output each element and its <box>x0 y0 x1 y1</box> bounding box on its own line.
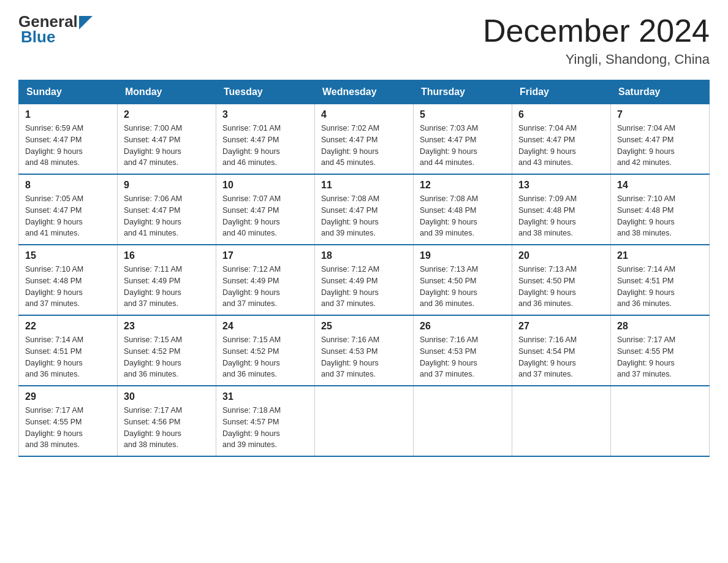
col-sunday: Sunday <box>19 80 118 104</box>
month-title: December 2024 <box>483 12 710 49</box>
calendar-cell: 30 Sunrise: 7:17 AM Sunset: 4:56 PM Dayl… <box>118 386 216 456</box>
day-number: 21 <box>617 250 703 261</box>
day-number: 3 <box>222 109 308 120</box>
calendar-week-row: 22 Sunrise: 7:14 AM Sunset: 4:51 PM Dayl… <box>19 315 710 386</box>
col-wednesday: Wednesday <box>315 80 414 104</box>
day-info: Sunrise: 7:06 AM Sunset: 4:47 PM Dayligh… <box>124 193 210 239</box>
day-info: Sunrise: 7:18 AM Sunset: 4:57 PM Dayligh… <box>222 405 308 451</box>
day-number: 16 <box>124 250 210 261</box>
calendar-cell: 24 Sunrise: 7:15 AM Sunset: 4:52 PM Dayl… <box>216 315 315 386</box>
calendar-cell: 23 Sunrise: 7:15 AM Sunset: 4:52 PM Dayl… <box>118 315 216 386</box>
day-info: Sunrise: 7:08 AM Sunset: 4:48 PM Dayligh… <box>420 193 506 239</box>
calendar-header-row: Sunday Monday Tuesday Wednesday Thursday… <box>19 80 710 104</box>
day-number: 20 <box>518 250 604 261</box>
col-thursday: Thursday <box>414 80 512 104</box>
calendar-cell <box>414 386 512 456</box>
day-info: Sunrise: 6:59 AM Sunset: 4:47 PM Dayligh… <box>25 123 111 169</box>
calendar-cell: 11 Sunrise: 7:08 AM Sunset: 4:47 PM Dayl… <box>315 174 414 245</box>
day-number: 14 <box>617 180 703 191</box>
calendar-cell: 16 Sunrise: 7:11 AM Sunset: 4:49 PM Dayl… <box>118 245 216 315</box>
calendar-cell: 25 Sunrise: 7:16 AM Sunset: 4:53 PM Dayl… <box>315 315 414 386</box>
calendar-cell: 7 Sunrise: 7:04 AM Sunset: 4:47 PM Dayli… <box>611 104 710 175</box>
day-number: 22 <box>25 321 111 332</box>
calendar-cell: 17 Sunrise: 7:12 AM Sunset: 4:49 PM Dayl… <box>216 245 315 315</box>
day-info: Sunrise: 7:16 AM Sunset: 4:53 PM Dayligh… <box>420 334 506 380</box>
calendar-cell: 8 Sunrise: 7:05 AM Sunset: 4:47 PM Dayli… <box>19 174 118 245</box>
calendar-cell: 18 Sunrise: 7:12 AM Sunset: 4:49 PM Dayl… <box>315 245 414 315</box>
day-number: 30 <box>124 391 210 402</box>
title-section: December 2024 Yingli, Shandong, China <box>483 12 710 67</box>
day-number: 29 <box>25 391 111 402</box>
day-number: 31 <box>222 391 308 402</box>
logo-triangle-icon <box>79 16 93 29</box>
calendar-cell: 3 Sunrise: 7:01 AM Sunset: 4:47 PM Dayli… <box>216 104 315 175</box>
calendar-cell: 15 Sunrise: 7:10 AM Sunset: 4:48 PM Dayl… <box>19 245 118 315</box>
day-info: Sunrise: 7:15 AM Sunset: 4:52 PM Dayligh… <box>124 334 210 380</box>
calendar-cell: 28 Sunrise: 7:17 AM Sunset: 4:55 PM Dayl… <box>611 315 710 386</box>
location-title: Yingli, Shandong, China <box>483 52 710 67</box>
logo-blue-text: Blue <box>21 28 55 46</box>
page-header: General Blue December 2024 Yingli, Shand… <box>18 12 710 67</box>
day-number: 8 <box>25 180 111 191</box>
col-tuesday: Tuesday <box>216 80 315 104</box>
day-number: 25 <box>321 321 407 332</box>
calendar-cell: 12 Sunrise: 7:08 AM Sunset: 4:48 PM Dayl… <box>414 174 512 245</box>
day-info: Sunrise: 7:16 AM Sunset: 4:53 PM Dayligh… <box>321 334 407 380</box>
day-info: Sunrise: 7:03 AM Sunset: 4:47 PM Dayligh… <box>420 123 506 169</box>
calendar-cell: 5 Sunrise: 7:03 AM Sunset: 4:47 PM Dayli… <box>414 104 512 175</box>
day-number: 12 <box>420 180 506 191</box>
day-number: 24 <box>222 321 308 332</box>
day-info: Sunrise: 7:01 AM Sunset: 4:47 PM Dayligh… <box>222 123 308 169</box>
calendar-cell: 2 Sunrise: 7:00 AM Sunset: 4:47 PM Dayli… <box>118 104 216 175</box>
day-number: 9 <box>124 180 210 191</box>
day-number: 13 <box>518 180 604 191</box>
svg-marker-0 <box>79 16 93 29</box>
day-number: 2 <box>124 109 210 120</box>
day-number: 4 <box>321 109 407 120</box>
calendar-table: Sunday Monday Tuesday Wednesday Thursday… <box>18 80 710 457</box>
day-info: Sunrise: 7:14 AM Sunset: 4:51 PM Dayligh… <box>617 264 703 310</box>
day-number: 1 <box>25 109 111 120</box>
calendar-cell <box>512 386 611 456</box>
calendar-cell <box>315 386 414 456</box>
day-info: Sunrise: 7:17 AM Sunset: 4:56 PM Dayligh… <box>124 405 210 451</box>
day-info: Sunrise: 7:13 AM Sunset: 4:50 PM Dayligh… <box>518 264 604 310</box>
calendar-cell: 26 Sunrise: 7:16 AM Sunset: 4:53 PM Dayl… <box>414 315 512 386</box>
calendar-cell: 21 Sunrise: 7:14 AM Sunset: 4:51 PM Dayl… <box>611 245 710 315</box>
calendar-week-row: 8 Sunrise: 7:05 AM Sunset: 4:47 PM Dayli… <box>19 174 710 245</box>
day-info: Sunrise: 7:15 AM Sunset: 4:52 PM Dayligh… <box>222 334 308 380</box>
calendar-cell: 20 Sunrise: 7:13 AM Sunset: 4:50 PM Dayl… <box>512 245 611 315</box>
day-info: Sunrise: 7:04 AM Sunset: 4:47 PM Dayligh… <box>518 123 604 169</box>
day-info: Sunrise: 7:09 AM Sunset: 4:48 PM Dayligh… <box>518 193 604 239</box>
calendar-week-row: 29 Sunrise: 7:17 AM Sunset: 4:55 PM Dayl… <box>19 386 710 456</box>
calendar-cell: 13 Sunrise: 7:09 AM Sunset: 4:48 PM Dayl… <box>512 174 611 245</box>
day-info: Sunrise: 7:13 AM Sunset: 4:50 PM Dayligh… <box>420 264 506 310</box>
day-number: 17 <box>222 250 308 261</box>
calendar-cell: 4 Sunrise: 7:02 AM Sunset: 4:47 PM Dayli… <box>315 104 414 175</box>
calendar-cell <box>611 386 710 456</box>
calendar-cell: 14 Sunrise: 7:10 AM Sunset: 4:48 PM Dayl… <box>611 174 710 245</box>
day-info: Sunrise: 7:12 AM Sunset: 4:49 PM Dayligh… <box>321 264 407 310</box>
calendar-week-row: 1 Sunrise: 6:59 AM Sunset: 4:47 PM Dayli… <box>19 104 710 175</box>
day-info: Sunrise: 7:17 AM Sunset: 4:55 PM Dayligh… <box>617 334 703 380</box>
day-number: 28 <box>617 321 703 332</box>
col-monday: Monday <box>118 80 216 104</box>
day-info: Sunrise: 7:12 AM Sunset: 4:49 PM Dayligh… <box>222 264 308 310</box>
day-info: Sunrise: 7:10 AM Sunset: 4:48 PM Dayligh… <box>25 264 111 310</box>
calendar-cell: 22 Sunrise: 7:14 AM Sunset: 4:51 PM Dayl… <box>19 315 118 386</box>
logo: General Blue <box>18 12 93 47</box>
day-info: Sunrise: 7:11 AM Sunset: 4:49 PM Dayligh… <box>124 264 210 310</box>
day-number: 6 <box>518 109 604 120</box>
day-info: Sunrise: 7:00 AM Sunset: 4:47 PM Dayligh… <box>124 123 210 169</box>
day-info: Sunrise: 7:08 AM Sunset: 4:47 PM Dayligh… <box>321 193 407 239</box>
calendar-cell: 29 Sunrise: 7:17 AM Sunset: 4:55 PM Dayl… <box>19 386 118 456</box>
calendar-cell: 6 Sunrise: 7:04 AM Sunset: 4:47 PM Dayli… <box>512 104 611 175</box>
calendar-cell: 31 Sunrise: 7:18 AM Sunset: 4:57 PM Dayl… <box>216 386 315 456</box>
day-info: Sunrise: 7:10 AM Sunset: 4:48 PM Dayligh… <box>617 193 703 239</box>
day-number: 5 <box>420 109 506 120</box>
calendar-cell: 27 Sunrise: 7:16 AM Sunset: 4:54 PM Dayl… <box>512 315 611 386</box>
calendar-cell: 9 Sunrise: 7:06 AM Sunset: 4:47 PM Dayli… <box>118 174 216 245</box>
day-number: 10 <box>222 180 308 191</box>
col-friday: Friday <box>512 80 611 104</box>
calendar-cell: 1 Sunrise: 6:59 AM Sunset: 4:47 PM Dayli… <box>19 104 118 175</box>
